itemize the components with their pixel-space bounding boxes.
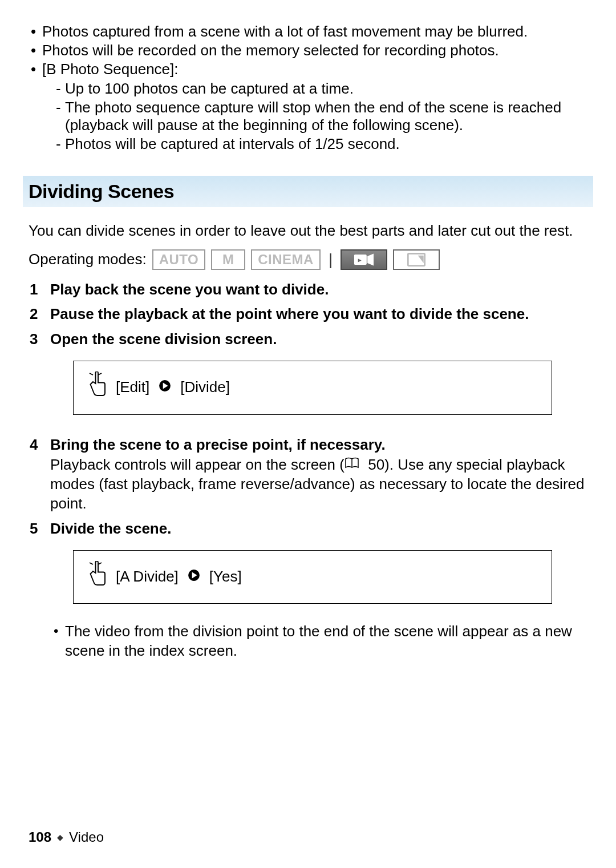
page-footer: 108 ◆ Video [29, 829, 104, 845]
step-item: Open the scene division screen. [Edit] [… [29, 330, 587, 430]
step-bullet-item: The video from the division point to the… [50, 622, 587, 661]
step-title: Open the scene division screen. [50, 330, 277, 348]
step-title: Bring the scene to a precise point, if n… [50, 436, 386, 453]
steps-list: Play back the scene you want to divide. … [29, 280, 587, 661]
operating-modes-row: Operating modes: AUTO M CINEMA | [29, 249, 587, 270]
step-body: Playback controls will appear on the scr… [50, 455, 587, 513]
step-item: Play back the scene you want to divide. [29, 280, 587, 300]
touch-sequence-box: [Edit] [Divide] [73, 361, 552, 415]
footer-section-name: Video [69, 829, 104, 845]
touch-step-label: [A Divide] [116, 567, 179, 587]
mode-m: M [211, 249, 245, 270]
mode-auto: AUTO [152, 249, 206, 270]
section-intro: You can divide scenes in order to leave … [29, 222, 587, 240]
touch-step-label: [Edit] [116, 378, 149, 397]
step-item: Pause the playback at the point where yo… [29, 305, 587, 324]
svg-marker-1 [368, 254, 374, 265]
bullet-item: [B Photo Sequence]: Up to 100 photos can… [29, 60, 587, 153]
touch-step-label: [Divide] [180, 378, 230, 397]
touch-step-label: [Yes] [209, 567, 242, 587]
sub-bullet-list: Up to 100 photos can be captured at a ti… [42, 80, 587, 154]
arrow-right-icon [159, 378, 171, 397]
step-item: Bring the scene to a precise point, if n… [29, 435, 587, 514]
mode-photo-playback-icon [393, 249, 440, 270]
step-title: Pause the playback at the point where yo… [50, 305, 529, 322]
operating-modes-label: Operating modes: [29, 251, 147, 268]
mode-separator-icon: | [326, 251, 335, 269]
touch-sequence-box: [A Divide] [Yes] [73, 550, 552, 604]
touch-finger-icon [86, 372, 107, 404]
bullet-item: Photos captured from a scene with a lot … [29, 23, 587, 41]
manual-icon [345, 455, 359, 475]
bullet-label: [B Photo Sequence]: [42, 60, 179, 78]
step-title: Play back the scene you want to divide. [50, 281, 329, 298]
touch-finger-icon [86, 561, 107, 594]
step-body-text: Playback controls will appear on the scr… [50, 456, 345, 473]
top-bullet-list: Photos captured from a scene with a lot … [29, 23, 587, 153]
step-bullet-list: The video from the division point to the… [50, 622, 587, 661]
sub-bullet-item: Up to 100 photos can be captured at a ti… [42, 80, 587, 98]
footer-page-number: 108 [29, 829, 51, 845]
mode-movie-playback-icon [341, 249, 387, 270]
sub-bullet-item: Photos will be captured at intervals of … [42, 135, 587, 153]
arrow-right-icon [188, 567, 200, 587]
sub-bullet-item: The photo sequence capture will stop whe… [42, 99, 587, 134]
footer-diamond-icon: ◆ [57, 833, 63, 842]
bullet-item: Photos will be recorded on the memory se… [29, 42, 587, 59]
section-heading: Dividing Scenes [23, 176, 593, 207]
svg-marker-4 [419, 256, 423, 262]
step-title: Divide the scene. [50, 520, 171, 537]
page-ref-number: 50 [368, 455, 384, 475]
mode-cinema: CINEMA [251, 249, 321, 270]
page-reference: 50 [345, 455, 384, 475]
step-item: Divide the scene. [A Divide] [Yes] The v… [29, 519, 587, 661]
